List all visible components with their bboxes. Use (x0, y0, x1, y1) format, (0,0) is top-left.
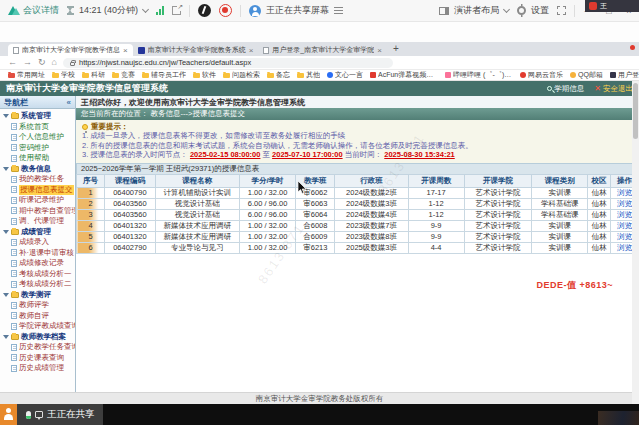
bookmark-item[interactable]: 辅导员工作 (142, 70, 186, 80)
bookmark-item[interactable]: QQ邮箱 (570, 70, 603, 80)
bookmark-label: 用户登录_南京审计... (618, 70, 639, 80)
open-external-icon[interactable] (172, 6, 181, 15)
bookmark-item[interactable]: 备忘 (267, 70, 290, 80)
new-tab-button[interactable]: + (393, 44, 399, 56)
sidebar-item[interactable]: 听课记录维护 (0, 195, 75, 206)
sidebar-folder[interactable]: 教学测评 (0, 290, 75, 301)
tree-expander-icon[interactable] (3, 293, 9, 297)
browse-link[interactable]: 浏览 (617, 188, 632, 197)
bookmark-item[interactable]: 软件 (193, 70, 216, 80)
browser-tab[interactable]: 南京审计大学金审学院教务系统× (133, 44, 259, 56)
settings-button[interactable]: 设置 (517, 4, 549, 17)
tree-expander-icon[interactable] (3, 167, 9, 171)
sidebar-item[interactable]: 调、代课管理 (0, 216, 75, 227)
browse-link[interactable]: 浏览 (617, 199, 632, 208)
sidebar-item[interactable]: 个人信息维护 (0, 132, 75, 143)
bookmark-item[interactable]: 科研 (82, 70, 105, 80)
chat-icon[interactable] (35, 411, 43, 418)
sidebar-item[interactable]: 授课信息表提交 (0, 185, 75, 196)
bookmark-item[interactable]: 学校 (52, 70, 75, 80)
microphone-icon[interactable] (26, 411, 31, 419)
network-signal-icon[interactable] (156, 6, 164, 15)
back-icon[interactable]: ← (8, 58, 17, 67)
browse-link[interactable]: 浏览 (617, 232, 632, 241)
sidebar-item[interactable]: 考核成绩分析一 (0, 269, 75, 280)
scrollbar-thumb[interactable] (633, 83, 638, 139)
sidebar-item[interactable]: 使用帮助 (0, 153, 75, 164)
logout-button[interactable]: ✕ 安全退出 (594, 84, 633, 94)
table-cell: 艺术设计学院 (464, 209, 531, 220)
layout-selector[interactable]: 演讲者布局 (439, 4, 509, 17)
bookmark-item[interactable]: AcFun弹幕视频网 -... (370, 70, 438, 80)
bookmark-item[interactable]: 用户登录_南京审计... (610, 70, 639, 80)
table-cell: 2024级数媒4班 (335, 209, 408, 220)
tree-expander-icon[interactable] (3, 114, 9, 118)
bookmark-item[interactable]: 其他 (297, 70, 320, 80)
fullscreen-icon[interactable] (557, 6, 566, 15)
tab-close-icon[interactable]: × (123, 46, 128, 55)
table-cell: 2023级数媒7班 (335, 220, 408, 231)
sidebar-item[interactable]: 成绩录入 (0, 237, 75, 248)
bookmark-label: 备忘 (276, 70, 290, 80)
table-column-header: 课程类别 (532, 174, 588, 187)
bookmark-item[interactable]: 网易云音乐 (520, 70, 563, 80)
term-info-button[interactable]: 学期信息 (547, 84, 584, 94)
page-icon (11, 249, 17, 256)
browser-tab[interactable]: 南京审计大学金审学院教学信息× (8, 44, 133, 56)
sidebar-collapse-icon[interactable]: « (67, 98, 71, 107)
table-cell: 仙林 (588, 242, 610, 253)
folder-icon (8, 73, 15, 78)
sidebar-item[interactable]: 历史课表查询 (0, 353, 75, 364)
bookmark-item[interactable]: 问题检索 (223, 70, 260, 80)
record-icon[interactable] (219, 4, 232, 17)
sidebar-item[interactable]: 教师自评 (0, 311, 75, 322)
refresh-icon[interactable]: ↻ (38, 58, 46, 67)
sidebar-item[interactable]: 教师评学 (0, 300, 75, 311)
sidebar-item[interactable]: 历史成绩管理 (0, 363, 75, 374)
folder-icon (267, 73, 274, 78)
browser-tab[interactable]: 用户登录_南京审计大学金审学院× (258, 44, 387, 56)
sidebar-item[interactable]: 补·退课申请审核 (0, 248, 75, 259)
sidebar-item[interactable]: 学院评教成绩查询 (0, 321, 75, 332)
tree-expander-icon[interactable] (3, 230, 9, 234)
bookmark-item[interactable]: 哔哩哔哩 (゜-゜)つロ 干杯~ (445, 70, 513, 80)
bookmark-item[interactable]: 竞赛 (112, 70, 135, 80)
browse-link[interactable]: 浏览 (617, 243, 632, 252)
sidebar-item[interactable]: 系统首页 (0, 122, 75, 133)
bookmark-label: 辅导员工作 (151, 70, 186, 80)
tree-expander-icon[interactable] (3, 335, 9, 339)
meeting-timer[interactable]: 14:21 (40分钟) (67, 4, 148, 17)
address-bar[interactable]: https://njwst.naujsc.edu.cn/jw/Teachers/… (63, 58, 393, 68)
browse-link[interactable]: 浏览 (617, 210, 632, 219)
tab-close-icon[interactable]: × (377, 46, 382, 55)
sidebar-item-label: 历史成绩管理 (19, 363, 64, 373)
sidebar-item[interactable]: 密码维护 (0, 143, 75, 154)
sidebar-folder[interactable]: 教务信息 (0, 164, 75, 175)
bookmark-item[interactable]: 文心一言 (327, 70, 363, 80)
member-list-icon[interactable] (334, 7, 343, 14)
meeting-details-button[interactable]: 会议详情 (8, 4, 59, 17)
bookmark-item[interactable]: 常用网址 (8, 70, 45, 80)
browser-window: 南京审计大学金审学院教学信息×南京审计大学金审学院教务系统×用户登录_南京审计大… (0, 22, 639, 404)
pen-tool-icon[interactable] (198, 4, 211, 17)
page-icon (11, 270, 17, 277)
page-scrollbar[interactable] (632, 81, 639, 404)
tab-close-icon[interactable]: × (249, 46, 254, 55)
sidebar-item-label: 成绩录入 (19, 237, 49, 247)
table-cell: 9-9 (408, 231, 464, 242)
sidebar-item[interactable]: 历史教学任务查询 (0, 342, 75, 353)
sidebar-folder[interactable]: 系统管理 (0, 111, 75, 122)
sidebar-item[interactable]: 考核成绩分析二 (0, 279, 75, 290)
sidebar-item[interactable]: 我的教学任务 (0, 174, 75, 185)
browse-link[interactable]: 浏览 (617, 221, 632, 230)
table-cell: 仙林 (588, 220, 610, 231)
table-cell: 实训课 (532, 242, 588, 253)
sidebar-item[interactable]: 成绩修改记录 (0, 258, 75, 269)
sidebar-folder[interactable]: 成绩管理 (0, 227, 75, 238)
sidebar-item[interactable]: 期中教学自查管理 (0, 206, 75, 217)
video-thumbnail[interactable] (598, 411, 639, 425)
home-icon[interactable]: ⌂ (52, 58, 57, 67)
forward-icon[interactable]: → (23, 58, 32, 67)
sidebar-folder[interactable]: 教师教学档案 (0, 332, 75, 343)
notice-panel: 重要提示： 1. 成绩一旦录入，授课信息表将不得更改，如需修改请至教务处履行相应… (76, 120, 639, 163)
